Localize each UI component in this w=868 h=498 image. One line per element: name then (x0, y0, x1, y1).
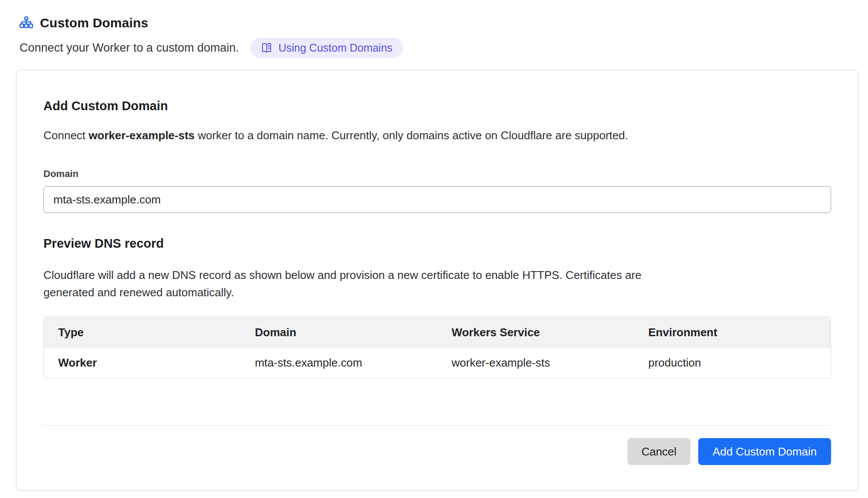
add-custom-domain-card: Add Custom Domain Connect worker-example… (16, 70, 858, 491)
dns-preview-table: Type Domain Workers Service Environment … (43, 317, 831, 378)
table-header-row: Type Domain Workers Service Environment (44, 317, 831, 348)
table-row: Worker mta-sts.example.com worker-exampl… (44, 348, 831, 378)
description-prefix: Connect (43, 129, 89, 142)
column-header-type: Type (44, 326, 241, 339)
cell-domain: mta-sts.example.com (241, 356, 437, 370)
column-header-environment: Environment (634, 326, 831, 339)
column-header-workers-service: Workers Service (437, 326, 634, 339)
sitemap-icon (20, 16, 33, 30)
add-custom-domain-button[interactable]: Add Custom Domain (698, 438, 831, 465)
cell-type: Worker (44, 356, 241, 370)
footer-divider (43, 425, 831, 426)
page-title: Custom Domains (40, 16, 149, 30)
page-header: Custom Domains Connect your Worker to a … (0, 0, 868, 58)
cancel-button[interactable]: Cancel (627, 438, 690, 465)
cell-workers-service: worker-example-sts (437, 356, 634, 370)
docs-link-label: Using Custom Domains (278, 42, 393, 54)
docs-link[interactable]: Using Custom Domains (250, 38, 403, 58)
preview-heading: Preview DNS record (43, 236, 831, 251)
book-icon (261, 42, 273, 54)
domain-input[interactable] (43, 186, 831, 213)
description-suffix: worker to a domain name. Currently, only… (195, 129, 628, 142)
preview-description: Cloudflare will add a new DNS record as … (43, 266, 682, 301)
subtitle-row: Connect your Worker to a custom domain. … (20, 38, 868, 58)
cell-environment: production (634, 356, 831, 370)
worker-name: worker-example-sts (89, 129, 195, 142)
actions-row: Cancel Add Custom Domain (43, 438, 831, 465)
card-title: Add Custom Domain (43, 99, 831, 113)
page-subtitle: Connect your Worker to a custom domain. (20, 41, 239, 55)
worker-description: Connect worker-example-sts worker to a d… (43, 129, 831, 142)
column-header-domain: Domain (241, 326, 437, 339)
title-row: Custom Domains (20, 16, 868, 30)
domain-label: Domain (43, 168, 831, 180)
